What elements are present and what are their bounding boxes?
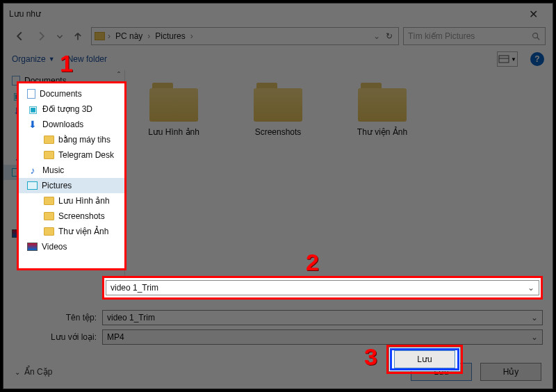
- close-button[interactable]: ✕: [519, 8, 547, 21]
- title-bar: Lưu như ✕: [3, 3, 553, 24]
- folder-content: Lưu Hình ảnhScreenshotsThư viện Ảnh: [125, 70, 553, 291]
- chevron-right-icon: ›: [108, 31, 111, 41]
- filetype-select[interactable]: MP4 ⌄: [102, 329, 543, 345]
- chevron-down-icon: ▼: [49, 56, 55, 63]
- chevron-right-icon: ›: [190, 31, 193, 41]
- address-bar[interactable]: › PC này › Pictures › ⌄ ↻: [91, 27, 399, 45]
- search-icon: [531, 31, 541, 41]
- folder-icon: [358, 83, 407, 122]
- chevron-down-icon[interactable]: ⌄: [531, 313, 538, 322]
- folder-label: Thư viện Ảnh: [357, 127, 407, 137]
- new-folder-button[interactable]: New folder: [67, 54, 107, 64]
- organize-button[interactable]: Organize ▼: [12, 54, 55, 64]
- hide-folders-button[interactable]: ⌄ Ẩn Cặp: [15, 367, 52, 377]
- scroll-up-button[interactable]: ˆ: [113, 70, 124, 81]
- back-button[interactable]: [10, 27, 28, 45]
- view-icon: [498, 55, 509, 63]
- svg-point-0: [533, 33, 538, 38]
- folder-icon: [149, 83, 198, 122]
- folder-item[interactable]: Screenshots: [236, 83, 320, 137]
- forward-button[interactable]: [33, 27, 51, 45]
- nav-bar: › PC này › Pictures › ⌄ ↻ Tìm kiếm Pictu…: [3, 24, 553, 48]
- cancel-button[interactable]: Hủy: [480, 363, 541, 381]
- folder-label: Screenshots: [255, 127, 302, 137]
- view-options-button[interactable]: ▼: [497, 51, 518, 67]
- folder-item[interactable]: Lưu Hình ảnh: [132, 83, 215, 137]
- chevron-down-icon[interactable]: ⌄: [373, 31, 380, 41]
- filename-label: Tên tệp:: [13, 313, 97, 322]
- window-title: Lưu như: [9, 9, 519, 19]
- filename-input[interactable]: video 1_Trim ⌄: [102, 310, 543, 325]
- folder-icon: [95, 32, 105, 40]
- folder-label: Lưu Hình ảnh: [148, 127, 199, 137]
- svg-rect-2: [499, 56, 509, 63]
- up-button[interactable]: [69, 27, 87, 45]
- svg-line-1: [537, 38, 540, 40]
- chevron-down-icon[interactable]: ⌄: [531, 332, 538, 342]
- folder-item[interactable]: Thư viện Ảnh: [341, 83, 424, 137]
- filetype-label: Lưu với loại:: [13, 332, 97, 342]
- search-placeholder: Tìm kiếm Pictures: [408, 31, 531, 41]
- breadcrumb-pictures[interactable]: Pictures: [153, 31, 187, 41]
- search-input[interactable]: Tìm kiếm Pictures: [403, 27, 546, 45]
- folder-icon: [254, 83, 302, 122]
- refresh-icon[interactable]: ↻: [386, 31, 393, 41]
- dialog-footer: ⌄ Ẩn Cặp Lưu Hủy: [3, 355, 553, 389]
- breadcrumb-pc[interactable]: PC này: [113, 31, 145, 41]
- filename-area: Tên tệp: video 1_Trim ⌄ Lưu với loại: MP…: [3, 305, 553, 348]
- help-button[interactable]: ?: [530, 52, 544, 66]
- chevron-down-icon: ⌄: [15, 368, 20, 376]
- toolbar: Organize ▼ New folder ▼ ?: [3, 48, 553, 70]
- chevron-right-icon: ›: [147, 31, 150, 41]
- recent-dropdown[interactable]: [55, 27, 65, 45]
